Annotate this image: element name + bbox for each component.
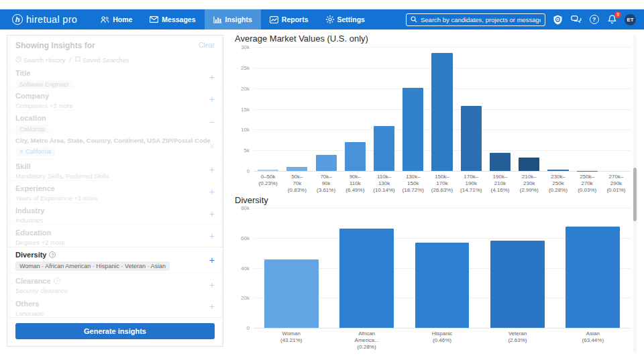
- bar: [566, 227, 620, 328]
- add-icon[interactable]: +: [209, 255, 215, 265]
- bar-slot: [427, 47, 456, 171]
- nav-item-reports[interactable]: Reports: [261, 9, 317, 29]
- bar: [519, 158, 539, 171]
- y-axis-tick: 20k: [233, 85, 250, 91]
- filter-section-clearance[interactable]: Clearance ? Security clearance +: [7, 273, 223, 296]
- filter-section-experience[interactable]: Experience Years of Experience +3 more +: [7, 180, 223, 202]
- diversity-label: Diversity: [15, 251, 46, 259]
- user-avatar[interactable]: ET: [625, 14, 636, 25]
- bar-slot: [329, 208, 404, 328]
- filter-section-education[interactable]: Education Degrees +2 more +: [7, 225, 223, 247]
- x-axis-label: Woman(43.21%): [254, 330, 329, 351]
- search-history-link[interactable]: Search History: [15, 56, 65, 64]
- saved-searches-label: Saved Searches: [83, 56, 129, 64]
- add-icon[interactable]: +: [209, 72, 215, 82]
- x-axis-label: AfricanAmerica...(0.28%): [329, 330, 404, 351]
- nav-item-settings[interactable]: Settings: [317, 9, 374, 29]
- nav-menu: Home Messages Insights Reports Settings: [92, 9, 374, 29]
- add-icon[interactable]: +: [209, 280, 215, 290]
- vertical-scrollbar: [633, 35, 637, 353]
- y-axis-tick: 40k: [233, 265, 250, 271]
- collapse-icon[interactable]: −: [209, 117, 215, 127]
- add-icon[interactable]: +: [209, 187, 215, 196]
- chart-title-market-values: Average Market Values (U.S. only): [235, 34, 368, 44]
- x-axis-label: 90k–110k(6.49%): [341, 174, 370, 194]
- bar: [461, 106, 482, 171]
- bar-slot: [602, 47, 631, 171]
- bar-slot: [480, 208, 555, 328]
- y-axis-tick: 0: [233, 168, 250, 174]
- x-axis-label: 270k–290k(0.01%): [602, 174, 631, 194]
- bar-slot: [457, 47, 486, 171]
- notification-badge: 9: [614, 11, 621, 18]
- insights-filter-panel: Showing Insights for Clear Search Histor…: [7, 35, 223, 347]
- add-icon[interactable]: +: [209, 231, 215, 241]
- filter-section-skill[interactable]: Skill Mandatory Skills, Preferred Skills…: [7, 158, 223, 180]
- x-axis-label: 210k–230k(2.99%): [515, 174, 543, 194]
- diversity-values-tag: Woman · African American · Hispanic · Ve…: [15, 261, 170, 271]
- filter-tag: Software Engineer: [15, 80, 73, 88]
- y-axis-tick: 20k: [233, 295, 250, 301]
- info-icon: ?: [54, 278, 60, 284]
- search-input[interactable]: [421, 16, 541, 23]
- y-axis-tick: 10k: [233, 127, 250, 133]
- help-icon[interactable]: ?: [588, 14, 600, 25]
- filter-section-diversity[interactable]: Diversity ? Woman · African American · H…: [7, 247, 223, 273]
- filter-tag: California: [15, 125, 49, 133]
- filter-section-industry[interactable]: Industry Industries +: [7, 202, 223, 225]
- panel-header: Showing Insights for Clear: [7, 36, 223, 52]
- bar: [339, 229, 394, 328]
- nav-item-home[interactable]: Home: [92, 9, 141, 29]
- nav-right-icons: ? 9 ET: [552, 14, 636, 25]
- nav-item-messages[interactable]: Messages: [141, 9, 204, 29]
- bar: [264, 259, 319, 328]
- bar: [286, 167, 307, 171]
- bar-slot: [515, 47, 543, 171]
- notifications-bell-icon[interactable]: 9: [606, 14, 618, 25]
- info-icon[interactable]: ?: [49, 251, 56, 258]
- search-icon: [411, 13, 417, 25]
- remove-chip-icon[interactable]: ×: [19, 148, 23, 155]
- saved-searches-link[interactable]: Saved Searches: [75, 56, 129, 64]
- filter-section-title[interactable]: Title Software Engineer +: [7, 65, 223, 88]
- nav-item-label: Home: [113, 15, 132, 23]
- market-values-x-labels: 0–50k(0.23%)50k–70k(0.83%)70k–90k(3.61%)…: [254, 174, 631, 194]
- x-axis-label: 170k–190k(14.71%): [457, 174, 486, 194]
- generate-insights-button[interactable]: Generate insights: [15, 323, 215, 339]
- y-axis-tick: 15k: [233, 106, 250, 112]
- bar: [490, 153, 511, 171]
- x-axis-label: 250k–270k(0.03%): [573, 174, 602, 194]
- filter-section-others[interactable]: Others Language +: [7, 296, 223, 316]
- bars-row: [254, 208, 631, 328]
- chat-bubbles-icon[interactable]: [570, 14, 582, 25]
- nav-item-label: Reports: [282, 15, 309, 23]
- history-clock-icon: [15, 56, 21, 64]
- add-icon[interactable]: +: [209, 165, 215, 174]
- filter-section-company[interactable]: Company Companies +3 more +: [7, 88, 223, 110]
- y-axis-tick: 60k: [233, 235, 250, 241]
- diversity-x-labels: Woman(43.21%)AfricanAmerica...(0.28%)His…: [254, 330, 631, 351]
- clear-section-icon[interactable]: ×: [209, 141, 215, 151]
- separator: /: [69, 56, 71, 64]
- logo-text: hiretual pro: [26, 14, 77, 25]
- bar-chart-icon: [213, 16, 222, 23]
- scrollbar-thumb[interactable]: [633, 168, 637, 221]
- shield-extension-icon[interactable]: [552, 14, 564, 25]
- nav-item-insights[interactable]: Insights: [205, 9, 261, 29]
- filter-section-location[interactable]: Location California −: [7, 110, 223, 133]
- add-icon[interactable]: +: [209, 95, 215, 104]
- location-chip[interactable]: × California: [15, 147, 55, 156]
- generate-insights-row: Generate insights: [7, 317, 223, 346]
- filter-section-location-detail[interactable]: City, Metro Area, State, Country, Contin…: [7, 133, 223, 158]
- app-logo[interactable]: h hiretual pro: [12, 14, 77, 25]
- top-nav: h hiretual pro Home Messages Insights R: [0, 9, 644, 29]
- add-icon[interactable]: +: [209, 302, 215, 311]
- bar-slot: [555, 208, 631, 328]
- bar-slot: [370, 47, 398, 171]
- add-icon[interactable]: +: [209, 209, 215, 219]
- diversity-plot: 80k60k40k20k0: [254, 208, 631, 328]
- clear-button[interactable]: Clear: [199, 42, 215, 49]
- bar-slot: [486, 47, 515, 171]
- bar-slot: [573, 47, 602, 171]
- x-axis-label: Asian(63.44%): [555, 330, 631, 351]
